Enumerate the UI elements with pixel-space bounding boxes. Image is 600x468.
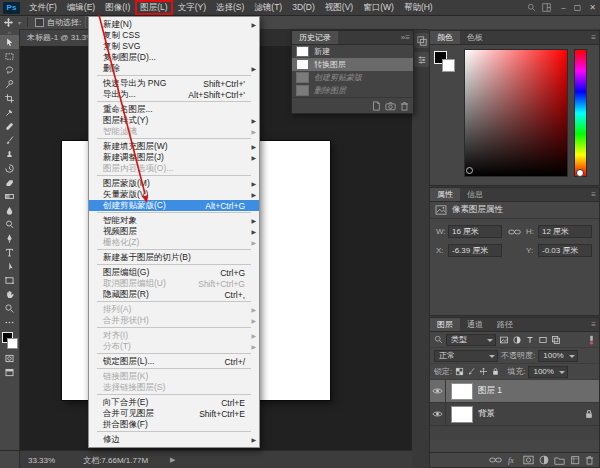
crop-tool[interactable]: [0, 91, 19, 105]
layer-menu-item[interactable]: 隐藏图层(R)Ctrl+,: [89, 289, 259, 300]
tab-history[interactable]: 历史记录: [292, 31, 338, 44]
history-state[interactable]: 删除图层: [292, 84, 413, 97]
layer-menu-item[interactable]: 链接图层(K): [89, 371, 259, 382]
layer-row[interactable]: 图层 1: [430, 380, 599, 403]
properties-panel-menu-icon[interactable]: ≡: [591, 190, 599, 199]
layer-menu-item[interactable]: 复制图层(D)...: [89, 52, 259, 63]
history-state[interactable]: 新建: [292, 45, 413, 58]
layer-menu-item[interactable]: 图层编组(G)Ctrl+G: [89, 267, 259, 278]
layers-panel-menu-icon[interactable]: ≡: [591, 320, 599, 329]
layer-menu-item[interactable]: 图层内容选项(O)...: [89, 163, 259, 174]
layer-filter-dropdown[interactable]: 类型: [446, 334, 496, 346]
layer-menu-item[interactable]: 新建基于图层的切片(B): [89, 252, 259, 263]
type-tool[interactable]: [0, 245, 19, 259]
tab-properties[interactable]: 属性: [430, 188, 460, 201]
move-tool[interactable]: [0, 35, 19, 49]
close-button[interactable]: ✕: [585, 3, 600, 12]
pixel-filter-icon[interactable]: [499, 335, 509, 345]
layer-menu-item[interactable]: 智能对象▶: [89, 215, 259, 226]
tab-info[interactable]: 信息: [460, 188, 490, 201]
y-field[interactable]: -0.03 厘米: [538, 244, 592, 257]
minimize-button[interactable]: –: [557, 3, 569, 12]
layer-menu-item[interactable]: 选择链接图层(S): [89, 382, 259, 393]
blur-tool[interactable]: [0, 203, 19, 217]
new-layer-icon[interactable]: [570, 455, 580, 465]
layer-menu-item[interactable]: 复制 SVG: [89, 41, 259, 52]
layer-menu-item[interactable]: 对齐(I)▶: [89, 330, 259, 341]
history-state[interactable]: 创建剪贴蒙版: [292, 71, 413, 84]
layer-menu-item[interactable]: 分布(T)▶: [89, 341, 259, 352]
layer-menu-item[interactable]: 导出为...Alt+Shift+Ctrl+': [89, 89, 259, 100]
layer-menu-item[interactable]: 新建填充图层(W)▶: [89, 141, 259, 152]
menubar-item-3[interactable]: 图像(I): [100, 0, 135, 15]
path-selection-tool[interactable]: [0, 259, 19, 273]
layer-menu-item[interactable]: 创建剪贴蒙版(C)Alt+Ctrl+G: [89, 200, 259, 211]
layer-menu-item[interactable]: 合并可见图层Shift+Ctrl+E: [89, 408, 259, 419]
brush-tool[interactable]: [0, 133, 19, 147]
lock-paint-icon[interactable]: [467, 367, 476, 376]
tool-preset-arrow[interactable]: ▾: [18, 19, 21, 26]
adjustment-layer-icon[interactable]: [539, 455, 549, 465]
status-options-arrow[interactable]: ▶: [170, 456, 175, 464]
layer-row[interactable]: 背景: [430, 403, 599, 426]
type-filter-icon[interactable]: [525, 335, 535, 345]
quick-mask-button[interactable]: [0, 351, 19, 365]
edit-toolbar-button[interactable]: [0, 315, 19, 329]
menubar-item-5[interactable]: 文字(Y): [173, 0, 211, 15]
foreground-background-swatches[interactable]: [0, 331, 19, 351]
layer-menu-item[interactable]: 矢量蒙版(V)▶: [89, 189, 259, 200]
layer-menu-item[interactable]: 合并形状(H)▶: [89, 315, 259, 326]
layer-menu-item[interactable]: 排列(A)▶: [89, 304, 259, 315]
quick-selection-tool[interactable]: [0, 77, 19, 91]
menubar-item-10[interactable]: 窗口(W): [358, 0, 399, 15]
background-color-swatch[interactable]: [442, 59, 455, 72]
tab-swatches[interactable]: 色板: [460, 31, 490, 44]
new-doc-from-state-icon[interactable]: [371, 101, 381, 111]
eraser-tool[interactable]: [0, 175, 19, 189]
search-icon[interactable]: [527, 3, 536, 12]
tab-channels[interactable]: 通道: [460, 318, 490, 331]
x-field[interactable]: -6.39 厘米: [448, 244, 502, 257]
tab-paths[interactable]: 路径: [490, 318, 520, 331]
restore-button[interactable]: ▢: [570, 3, 586, 12]
hue-slider-handle[interactable]: [576, 169, 584, 177]
height-field[interactable]: 12 厘米: [538, 225, 592, 238]
hue-slider-bar[interactable]: [574, 49, 587, 177]
menubar-item-1[interactable]: 文件(F): [24, 0, 62, 15]
shape-filter-icon[interactable]: [538, 335, 548, 345]
history-state[interactable]: 转换图层: [292, 58, 413, 71]
menubar-item-11[interactable]: 帮助(H): [399, 0, 438, 15]
layer-visibility-eye-icon[interactable]: [430, 403, 446, 425]
layer-menu-item[interactable]: 智能滤镜▶: [89, 126, 259, 137]
layer-menu-item[interactable]: 新建(N)▶: [89, 19, 259, 30]
lasso-tool[interactable]: [0, 63, 19, 77]
hand-tool[interactable]: [0, 287, 19, 301]
width-field[interactable]: 16 厘米: [448, 225, 502, 238]
menubar-item-9[interactable]: 视图(V): [320, 0, 358, 15]
fill-dropdown[interactable]: 100%: [528, 366, 568, 378]
pen-tool[interactable]: [0, 231, 19, 245]
lock-all-icon[interactable]: [491, 367, 500, 376]
collapsed-panel-button-2[interactable]: [414, 52, 429, 67]
layer-menu-item[interactable]: 图层蒙版(M)▶: [89, 178, 259, 189]
zoom-level[interactable]: 33.33%: [28, 456, 55, 465]
adjustment-filter-icon[interactable]: [512, 335, 522, 345]
layer-menu-item[interactable]: 栅格化(Z)▶: [89, 237, 259, 248]
lock-transparent-icon[interactable]: [455, 367, 464, 376]
layer-menu-item[interactable]: 复制 CSS: [89, 30, 259, 41]
layer-menu-item[interactable]: 向下合并(E)Ctrl+E: [89, 397, 259, 408]
blend-mode-dropdown[interactable]: 正常: [434, 350, 498, 362]
layer-menu-item[interactable]: 新建调整图层(J)▶: [89, 152, 259, 163]
opacity-dropdown[interactable]: 100%: [538, 350, 578, 362]
auto-select-checkbox[interactable]: [35, 18, 44, 27]
layer-style-icon[interactable]: fx: [507, 455, 518, 465]
link-layers-icon[interactable]: [489, 456, 502, 464]
smart-object-filter-icon[interactable]: [551, 335, 561, 345]
filter-toggle-icon[interactable]: [588, 335, 595, 345]
layer-menu-item[interactable]: 图层样式(Y)▶: [89, 115, 259, 126]
menubar-item-8[interactable]: 3D(D): [287, 0, 320, 15]
zoom-tool[interactable]: [0, 301, 19, 315]
menubar-item-2[interactable]: 编辑(E): [62, 0, 100, 15]
eyedropper-tool[interactable]: [0, 105, 19, 119]
delete-state-icon[interactable]: [400, 101, 409, 111]
